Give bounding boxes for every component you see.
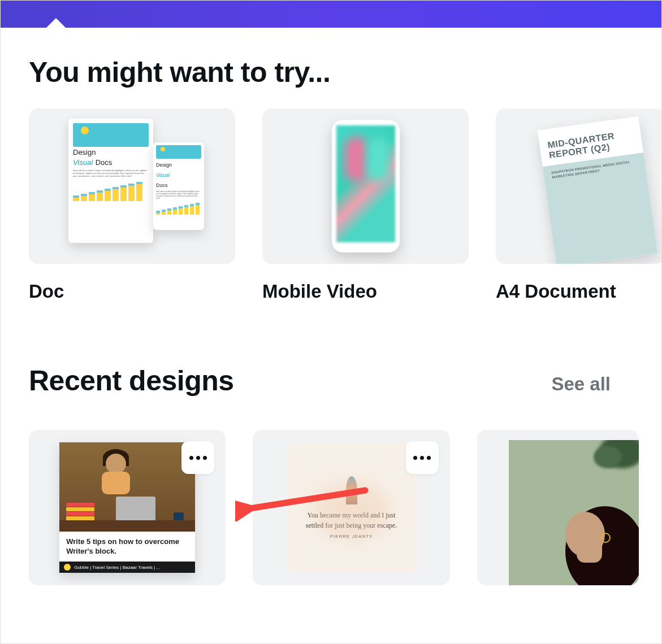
recent-design-card[interactable]: You became my world and I just settled f…	[253, 430, 449, 585]
suggestions-row: Design Visual Docs Start with an outline…	[29, 108, 639, 302]
top-banner	[1, 1, 661, 28]
template-thumb: Design Visual Docs Start with an outline…	[29, 108, 235, 264]
template-label: A4 Document	[496, 281, 662, 302]
banner-notch-icon	[46, 18, 66, 28]
see-all-link[interactable]: See all	[551, 373, 639, 395]
design-preview: You became my world and I just settled f…	[287, 443, 417, 573]
recent-design-card[interactable]: Write 5 tips on how to overcome Writer's…	[29, 430, 226, 585]
suggestions-heading: You might want to try...	[29, 56, 639, 89]
doc-preview-main: Design Visual Docs Start with an outline…	[68, 119, 153, 243]
more-options-button[interactable]	[181, 441, 214, 474]
a4-preview: MID-QUARTER REPORT (Q2) DIGIPATRON PROMO…	[538, 116, 657, 264]
template-thumb	[262, 108, 469, 264]
phone-preview	[332, 120, 400, 253]
more-icon	[189, 456, 207, 460]
recents-heading: Recent designs	[29, 364, 234, 397]
design-preview: Write 5 tips on how to overcome Writer's…	[59, 442, 195, 573]
recents-row: Write 5 tips on how to overcome Writer's…	[29, 430, 639, 585]
template-label: Doc	[29, 281, 235, 302]
template-thumb: MID-QUARTER REPORT (Q2) DIGIPATRON PROMO…	[496, 108, 662, 264]
template-card-a4[interactable]: MID-QUARTER REPORT (Q2) DIGIPATRON PROMO…	[496, 108, 662, 302]
more-options-button[interactable]	[406, 441, 439, 474]
template-card-doc[interactable]: Design Visual Docs Start with an outline…	[29, 108, 235, 302]
template-label: Mobile Video	[262, 281, 469, 302]
doc-preview-small: Design Visual Docs Start with an outline…	[153, 142, 204, 230]
recent-design-card[interactable]	[477, 430, 639, 585]
design-preview	[509, 440, 639, 585]
more-icon	[413, 456, 431, 460]
template-card-mobile-video[interactable]: Mobile Video	[262, 108, 469, 302]
